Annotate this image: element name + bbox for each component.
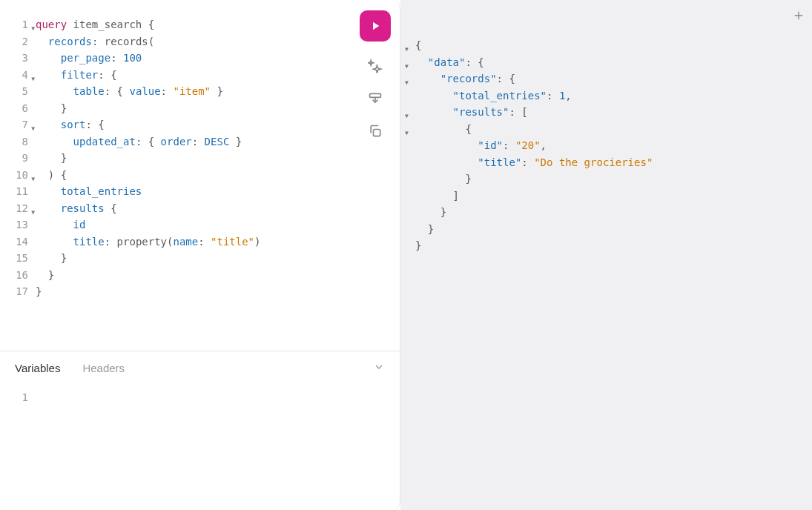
code-line[interactable]: filter: { (36, 67, 400, 84)
vars-gutter: 1 (0, 382, 36, 510)
result-line: } (415, 237, 812, 254)
result-line: "records": { (415, 70, 812, 87)
editor-area[interactable]: 1▼234▼567▼8910▼1112▼1314151617 query ite… (0, 0, 400, 351)
line-number: 10▼ (0, 167, 36, 184)
result-panel: ▼▼▼▼▼ { "data": { "records": { "total_en… (400, 0, 812, 510)
code-line[interactable]: per_page: 100 (36, 50, 400, 67)
svg-rect-1 (374, 130, 380, 136)
result-gutter-line (408, 188, 415, 205)
result-gutter-line: ▼ (408, 70, 415, 87)
result-gutter-line: ▼ (408, 121, 415, 138)
result-gutter: ▼▼▼▼▼ (408, 37, 415, 254)
code-line[interactable]: total_entries (36, 183, 400, 200)
variables-panel: Variables Headers 1 (0, 351, 400, 510)
result-gutter-line: ▼ (408, 54, 415, 71)
copy-icon (368, 124, 383, 139)
prettify-button[interactable] (367, 58, 383, 74)
code-line[interactable]: } (36, 250, 400, 267)
play-icon (369, 19, 382, 33)
line-number: 5 (0, 83, 36, 100)
result-line: "results": [ (415, 104, 812, 121)
line-number: 16 (0, 267, 36, 284)
code-line[interactable]: results { (36, 200, 400, 217)
copy-button[interactable] (367, 123, 383, 139)
result-line: "title": "Do the grocieries" (415, 154, 812, 171)
query-editor-panel: 1▼234▼567▼8910▼1112▼1314151617 query ite… (0, 0, 400, 510)
result-gutter-line (408, 87, 415, 105)
code-line[interactable]: updated_at: { order: DESC } (36, 133, 400, 150)
code-line[interactable]: } (36, 100, 400, 117)
result-content: { "data": { "records": { "total_entries"… (415, 37, 812, 254)
bottom-tabs: Variables Headers (0, 351, 400, 382)
line-number: 8 (0, 133, 36, 150)
result-gutter-line (408, 204, 415, 221)
line-number: 11 (0, 183, 36, 200)
result-gutter-line (408, 237, 415, 254)
line-number: 6 (0, 100, 36, 117)
code-line[interactable]: table: { value: "item" } (36, 83, 400, 100)
result-gutter-line: ▼ (408, 104, 415, 121)
line-number: 12▼ (0, 200, 36, 217)
variables-editor[interactable]: 1 (0, 382, 400, 510)
line-number: 13 (0, 216, 36, 234)
line-number: 14 (0, 234, 36, 251)
code-content[interactable]: query item_search { records: records( pe… (36, 0, 400, 351)
code-line[interactable]: sort: { (36, 116, 400, 133)
line-number: 7▼ (0, 116, 36, 133)
line-number: 15 (0, 250, 36, 267)
merge-icon (368, 91, 383, 106)
svg-rect-0 (370, 93, 381, 97)
collapse-button[interactable] (373, 361, 385, 375)
line-number: 3 (0, 50, 36, 67)
add-tab-button[interactable] (793, 9, 805, 24)
tab-variables[interactable]: Variables (15, 362, 60, 374)
result-gutter-line (408, 221, 415, 238)
result-line: { (415, 37, 812, 54)
code-line[interactable]: } (36, 283, 400, 300)
code-line[interactable]: query item_search { (36, 16, 400, 33)
result-gutter-line (408, 154, 415, 171)
plus-icon (793, 10, 805, 21)
result-line: ] (415, 188, 812, 205)
result-gutter-line (408, 137, 415, 154)
code-line[interactable]: } (36, 267, 400, 284)
run-button[interactable] (360, 10, 391, 42)
code-line[interactable]: ) { (36, 167, 400, 184)
chevron-down-icon (373, 361, 385, 373)
result-line: "data": { (415, 54, 812, 71)
tab-headers[interactable]: Headers (82, 362, 125, 374)
line-number: 2 (0, 33, 36, 50)
result-gutter-line: ▼ (408, 37, 415, 54)
line-number: 1▼ (0, 16, 36, 33)
code-line[interactable]: } (36, 150, 400, 167)
vars-line-number: 1 (0, 389, 36, 406)
result-line: "total_entries": 1, (415, 87, 812, 105)
result-line: } (415, 221, 812, 238)
editor-toolbar (360, 10, 391, 139)
result-area[interactable]: ▼▼▼▼▼ { "data": { "records": { "total_en… (408, 37, 812, 254)
line-gutter: 1▼234▼567▼8910▼1112▼1314151617 (0, 0, 36, 351)
code-line[interactable]: records: records( (36, 33, 400, 50)
line-number: 9 (0, 150, 36, 167)
code-line[interactable]: title: property(name: "title") (36, 234, 400, 251)
result-line: } (415, 170, 812, 188)
result-gutter-line (408, 170, 415, 188)
sparkle-icon (368, 59, 383, 73)
line-number: 17 (0, 283, 36, 300)
merge-button[interactable] (367, 90, 383, 107)
result-line: { (415, 121, 812, 138)
result-line: } (415, 204, 812, 221)
result-line: "id": "20", (415, 137, 812, 154)
code-line[interactable]: id (36, 216, 400, 234)
line-number: 4▼ (0, 67, 36, 84)
